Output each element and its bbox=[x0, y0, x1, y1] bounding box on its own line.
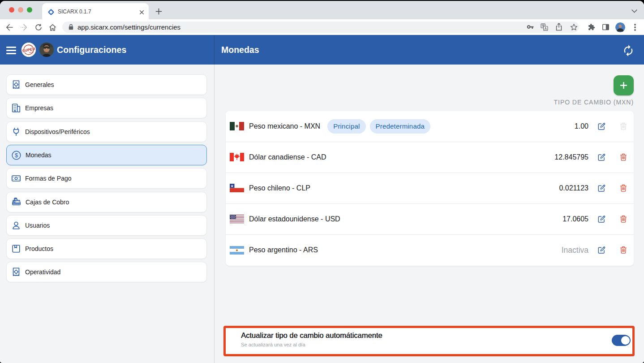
svg-text:$: $ bbox=[15, 152, 18, 159]
